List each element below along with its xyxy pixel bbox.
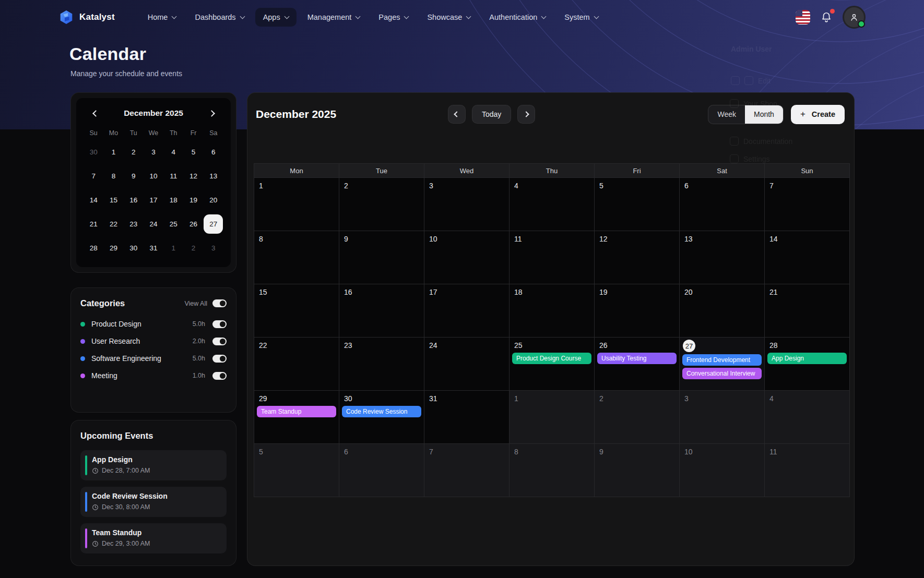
next-month-button[interactable] [517,105,535,124]
nav-item-management[interactable]: Management [300,8,368,27]
category-toggle[interactable] [212,338,227,345]
day-cell[interactable]: 10 [680,444,764,497]
day-cell[interactable]: 6 [339,444,424,497]
mini-day-cell[interactable]: 21 [84,212,103,236]
upcoming-event-item[interactable]: Team StandupDec 29, 3:00 AM [80,523,227,553]
day-cell[interactable]: 2 [339,178,424,231]
day-cell[interactable]: 4 [510,178,594,231]
day-cell[interactable]: 5 [595,178,679,231]
mini-day-cell[interactable]: 7 [84,164,103,188]
mini-day-cell[interactable]: 10 [144,164,163,188]
nav-item-apps[interactable]: Apps [255,8,297,27]
mini-day-cell[interactable]: 19 [183,188,203,212]
mini-day-cell[interactable]: 26 [183,212,203,236]
day-cell[interactable]: 21 [765,284,849,337]
day-cell[interactable]: 15 [254,284,339,337]
mini-day-cell[interactable]: 2 [124,140,144,164]
mini-day-cell[interactable]: 30 [124,236,144,260]
event-pill[interactable]: Frontend Development [682,354,762,366]
day-cell[interactable]: 31 [424,391,509,443]
day-cell[interactable]: 3 [424,178,509,231]
nav-item-authentication[interactable]: Authentication [481,8,553,27]
mini-day-cell[interactable]: 13 [204,164,223,188]
day-cell[interactable]: 26Usability Testing [595,338,679,390]
day-cell[interactable]: 2 [595,391,679,443]
mini-day-cell[interactable]: 25 [163,212,183,236]
day-cell[interactable]: 8 [510,444,594,497]
nav-item-dashboards[interactable]: Dashboards [187,8,252,27]
day-cell[interactable]: 9 [595,444,679,497]
day-cell[interactable]: 5 [254,444,339,497]
mini-day-cell[interactable]: 5 [183,140,203,164]
mini-day-cell[interactable]: 8 [103,164,123,188]
day-cell[interactable]: 28App Design [765,338,849,390]
nav-item-pages[interactable]: Pages [371,8,416,27]
mini-day-cell[interactable]: 16 [124,188,144,212]
day-cell[interactable]: 29Team Standup [254,391,339,443]
mini-day-cell[interactable]: 31 [144,236,163,260]
day-cell[interactable]: 6 [680,178,764,231]
category-toggle[interactable] [212,355,227,363]
view-month-button[interactable]: Month [745,105,783,124]
day-cell[interactable]: 14 [765,231,849,284]
notifications-button[interactable] [819,9,834,25]
day-cell[interactable]: 1 [510,391,594,443]
day-cell[interactable]: 10 [424,231,509,284]
language-flag-button[interactable] [796,10,810,25]
day-cell[interactable]: 24 [424,338,509,390]
brand[interactable]: Katalyst [58,9,115,25]
day-cell[interactable]: 27Frontend DevelopmentConversational Int… [680,338,764,390]
mini-day-cell[interactable]: 3 [144,140,163,164]
day-cell[interactable]: 18 [510,284,594,337]
day-cell[interactable]: 3 [680,391,764,443]
mini-day-cell[interactable]: 1 [103,140,123,164]
day-cell[interactable]: 17 [424,284,509,337]
mini-day-cell[interactable]: 18 [163,188,183,212]
day-cell[interactable]: 30Code Review Session [339,391,424,443]
mini-day-cell[interactable]: 28 [84,236,103,260]
day-cell[interactable]: 13 [680,231,764,284]
nav-item-showcase[interactable]: Showcase [419,8,478,27]
prev-month-button[interactable] [448,105,466,124]
upcoming-event-item[interactable]: App DesignDec 28, 7:00 AM [80,450,227,480]
event-pill[interactable]: Team Standup [257,406,336,417]
mini-day-cell[interactable]: 4 [163,140,183,164]
mini-day-cell[interactable]: 29 [103,236,123,260]
day-cell[interactable]: 22 [254,338,339,390]
day-cell[interactable]: 25Product Design Course [510,338,594,390]
mini-next-month-button[interactable] [205,106,218,120]
nav-item-home[interactable]: Home [140,8,184,27]
day-cell[interactable]: 20 [680,284,764,337]
category-toggle[interactable] [212,320,227,328]
mini-day-cell[interactable]: 30 [84,140,103,164]
view-all-toggle[interactable] [212,299,227,307]
day-cell[interactable]: 1 [254,178,339,231]
upcoming-event-item[interactable]: Code Review SessionDec 30, 8:00 AM [80,487,227,517]
mini-day-cell[interactable]: 20 [204,188,223,212]
day-cell[interactable]: 11 [510,231,594,284]
mini-day-cell[interactable]: 9 [124,164,144,188]
mini-day-cell[interactable]: 22 [103,212,123,236]
day-cell[interactable]: 7 [765,178,849,231]
event-pill[interactable]: Usability Testing [597,353,677,364]
day-cell[interactable]: 19 [595,284,679,337]
create-event-button[interactable]: + Create [791,105,845,124]
day-cell[interactable]: 7 [424,444,509,497]
event-pill[interactable]: App Design [767,353,847,364]
day-cell[interactable]: 4 [765,391,849,443]
mini-day-cell[interactable]: 23 [124,212,144,236]
mini-day-cell-selected[interactable]: 27 [204,214,223,234]
category-toggle[interactable] [212,372,227,380]
event-pill[interactable]: Conversational Interview [682,368,762,379]
day-cell[interactable]: 8 [254,231,339,284]
day-cell[interactable]: 9 [339,231,424,284]
day-cell[interactable]: 23 [339,338,424,390]
mini-day-cell[interactable]: 17 [144,188,163,212]
day-cell[interactable]: 12 [595,231,679,284]
mini-day-cell[interactable]: 1 [163,236,183,260]
event-pill[interactable]: Code Review Session [342,406,421,417]
day-cell[interactable]: 16 [339,284,424,337]
mini-prev-month-button[interactable] [89,106,102,120]
mini-day-cell[interactable]: 15 [103,188,123,212]
mini-day-cell[interactable]: 11 [163,164,183,188]
